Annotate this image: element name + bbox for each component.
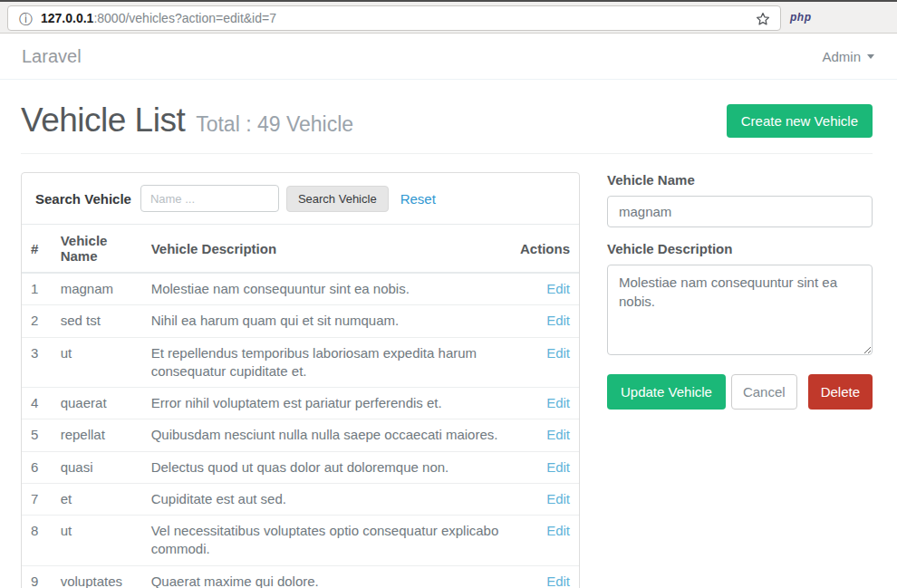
table-row: 1 magnam Molestiae nam consequuntur sint…	[22, 273, 579, 305]
vehicle-table-body: 1 magnam Molestiae nam consequuntur sint…	[22, 273, 579, 588]
search-button[interactable]: Search Vehicle	[286, 186, 389, 212]
row-index: 9	[22, 565, 53, 588]
url-path: :8000/vehicles?action=edit&id=7	[93, 11, 276, 25]
page-info-icon[interactable]: ⓘ	[19, 12, 33, 25]
row-index: 5	[22, 419, 53, 451]
vehicle-name-cell: voluptates	[53, 565, 144, 588]
edit-link[interactable]: Edit	[546, 491, 570, 506]
vehicle-table: # Vehicle Name Vehicle Description Actio…	[22, 224, 579, 588]
vehicle-description-cell: Error nihil voluptatem est pariatur perf…	[144, 388, 513, 419]
vehicle-description-cell: Cupiditate est aut sed.	[144, 483, 513, 515]
table-row: 6 quasi Delectus quod ut quas dolor aut …	[22, 451, 579, 483]
vehicle-name-cell: ut	[53, 337, 144, 388]
content-row: Search Vehicle Search Vehicle Reset # Ve…	[21, 172, 873, 588]
brand-link[interactable]: Laravel	[22, 46, 82, 67]
vehicle-name-cell: quasi	[53, 451, 144, 483]
table-row: 9 voluptates Quaerat maxime qui dolore. …	[22, 565, 579, 588]
address-bar[interactable]: ⓘ 127.0.0.1:8000/vehicles?action=edit&id…	[7, 5, 781, 31]
vehicle-description-cell: Quaerat maxime qui dolore.	[144, 565, 513, 588]
edit-link[interactable]: Edit	[546, 395, 570, 410]
header-vehicle-description: Vehicle Description	[144, 225, 513, 274]
vehicle-description-cell: Quibusdam nesciunt nulla nulla saepe occ…	[144, 419, 513, 451]
reset-link[interactable]: Reset	[400, 191, 436, 207]
search-bar: Search Vehicle Search Vehicle Reset	[22, 173, 579, 224]
edit-link[interactable]: Edit	[546, 427, 570, 442]
search-label: Search Vehicle	[35, 191, 131, 207]
row-index: 4	[22, 388, 53, 419]
header-divider	[21, 153, 873, 154]
row-index: 1	[22, 273, 53, 305]
table-row: 3 ut Et repellendus temporibus laboriosa…	[22, 337, 579, 388]
chevron-down-icon	[867, 54, 874, 59]
bookmark-star-icon[interactable]	[755, 11, 771, 27]
vehicle-name-cell: sed tst	[53, 305, 144, 337]
edit-link[interactable]: Edit	[546, 313, 570, 328]
row-index: 7	[22, 483, 53, 515]
table-header-row: # Vehicle Name Vehicle Description Actio…	[22, 225, 579, 274]
vehicle-description-cell: Vel necessitatibus voluptates optio cons…	[144, 516, 513, 566]
vehicle-name-cell: repellat	[53, 419, 144, 451]
table-row: 2 sed tst Nihil ea harum quam qui et sit…	[22, 305, 579, 337]
vehicle-description-field[interactable]: Molestiae nam consequuntur sint ea nobis…	[607, 265, 873, 355]
user-dropdown[interactable]: Admin	[822, 49, 874, 64]
update-vehicle-button[interactable]: Update Vehicle	[607, 374, 726, 410]
header-actions: Actions	[513, 225, 579, 274]
navbar: Laravel Admin	[0, 34, 897, 80]
row-index: 6	[22, 451, 53, 483]
url-text: 127.0.0.1:8000/vehicles?action=edit&id=7	[41, 11, 276, 25]
url-host: 127.0.0.1	[41, 11, 93, 25]
table-row: 7 et Cupiditate est aut sed. Edit	[22, 483, 579, 515]
vehicle-name-cell: ut	[53, 516, 144, 566]
create-vehicle-button[interactable]: Create new Vehicle	[727, 104, 873, 138]
vehicle-description-cell: Nihil ea harum quam qui et sit numquam.	[144, 305, 513, 337]
cancel-button[interactable]: Cancel	[731, 374, 797, 410]
header-index: #	[22, 225, 53, 274]
edit-vehicle-form: Vehicle Name Vehicle Description Molesti…	[607, 172, 873, 410]
search-input[interactable]	[140, 185, 279, 212]
edit-link[interactable]: Edit	[546, 574, 570, 588]
edit-link[interactable]: Edit	[546, 459, 570, 475]
header-vehicle-name: Vehicle Name	[53, 225, 144, 274]
main-content: Vehicle List Total : 49 Vehicle Create n…	[0, 80, 897, 588]
form-buttons: Update Vehicle Cancel Delete	[607, 374, 873, 410]
php-extension-icon[interactable]: php	[790, 11, 812, 24]
vehicle-description-cell: Molestiae nam consequuntur sint ea nobis…	[144, 273, 513, 305]
vehicle-list-card: Search Vehicle Search Vehicle Reset # Ve…	[21, 172, 580, 588]
total-count-label: Total : 49 Vehicle	[196, 112, 353, 137]
page-title: Vehicle List	[21, 101, 185, 140]
page-header: Vehicle List Total : 49 Vehicle Create n…	[21, 101, 873, 140]
vehicle-name-field[interactable]	[607, 196, 873, 227]
row-index: 8	[22, 516, 53, 566]
user-dropdown-label: Admin	[822, 49, 861, 64]
vehicle-name-cell: magnam	[53, 273, 144, 305]
browser-chrome: ⓘ 127.0.0.1:8000/vehicles?action=edit&id…	[0, 0, 897, 34]
vehicle-name-label: Vehicle Name	[607, 172, 873, 188]
vehicle-description-cell: Delectus quod ut quas dolor aut doloremq…	[144, 451, 513, 483]
vehicle-description-label: Vehicle Description	[607, 241, 873, 256]
edit-link[interactable]: Edit	[546, 345, 570, 361]
title-wrap: Vehicle List Total : 49 Vehicle	[21, 101, 353, 140]
vehicle-description-cell: Et repellendus temporibus laboriosam exp…	[144, 337, 513, 388]
edit-link[interactable]: Edit	[546, 523, 570, 538]
edit-link[interactable]: Edit	[546, 281, 570, 296]
row-index: 2	[22, 305, 53, 337]
table-row: 5 repellat Quibusdam nesciunt nulla null…	[22, 419, 579, 451]
delete-button[interactable]: Delete	[808, 374, 873, 410]
table-row: 8 ut Vel necessitatibus voluptates optio…	[22, 516, 579, 566]
vehicle-name-cell: quaerat	[53, 388, 144, 419]
row-index: 3	[22, 337, 53, 388]
vehicle-name-cell: et	[53, 483, 144, 515]
table-row: 4 quaerat Error nihil voluptatem est par…	[22, 388, 579, 419]
